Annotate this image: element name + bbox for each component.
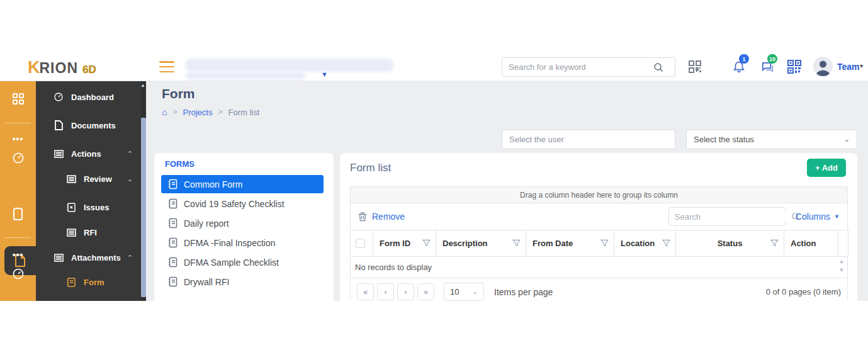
qr-code-icon[interactable] [786, 58, 803, 76]
sidebar-item-label: Issues [84, 203, 109, 212]
form-type-dfma-sample-checklist[interactable]: DFMA Sample Checklist [161, 253, 324, 271]
column-header-description[interactable]: Description [436, 230, 526, 257]
empty-state-row: No records to display ▲ ▼ [350, 257, 848, 278]
form-type-daily-report[interactable]: Daily report [161, 214, 324, 232]
form-type-label: Common Form [184, 179, 242, 189]
rail-more-icon[interactable]: ••• [0, 250, 36, 260]
list-icon [66, 174, 76, 184]
table-scroll-spacer [838, 230, 848, 257]
team-dropdown-caret[interactable]: ▾ [860, 62, 863, 69]
form-list-panel: Form list + Add Drag a column header her… [340, 153, 857, 301]
user-avatar[interactable] [813, 57, 833, 76]
filter-funnel-icon[interactable] [512, 239, 521, 247]
scroll-up-icon[interactable]: ▲ [839, 258, 845, 264]
modules-grid-icon[interactable] [0, 93, 36, 105]
rail-more-icon[interactable]: ••• [0, 134, 36, 144]
rail-divider [5, 123, 31, 123]
scan-qr-icon[interactable] [686, 58, 704, 76]
sidebar-scroll-up-icon[interactable]: ▲ [140, 82, 145, 88]
krion-logo[interactable]: KRION6D [28, 58, 96, 77]
scroll-down-icon[interactable]: ▼ [839, 267, 845, 273]
form-type-common-form[interactable]: Common Form [161, 175, 324, 193]
sidebar-item-label: Dashboard [71, 93, 114, 102]
messages-icon[interactable]: 10 [758, 58, 776, 76]
first-page-button[interactable]: « [357, 283, 374, 300]
sidebar-item-label: Attachments [71, 253, 121, 263]
menu-toggle-icon[interactable] [159, 61, 174, 72]
column-label: Location [621, 239, 655, 248]
form-type-covid-checklist[interactable]: Covid 19 Safety Checklist [161, 195, 324, 213]
group-by-hint-bar[interactable]: Drag a column header here to group its c… [350, 186, 848, 203]
column-label: Action [791, 239, 816, 248]
select-status-placeholder: Select the status [694, 135, 754, 144]
remove-button[interactable]: Remove [358, 212, 405, 222]
page-size-select[interactable]: 10 ⌄ [444, 283, 484, 301]
select-all-checkbox[interactable] [356, 239, 365, 248]
sidebar-item-issues[interactable]: Issues [36, 200, 142, 215]
sidebar-scrollbar-thumb[interactable] [141, 118, 146, 297]
sidebar-item-form[interactable]: Form [36, 274, 142, 290]
search-icon[interactable] [653, 62, 675, 72]
select-user-input[interactable] [509, 135, 668, 144]
columns-button[interactable]: Columns ▼ [796, 212, 840, 222]
chevron-up-icon[interactable]: ⌃ [127, 254, 133, 262]
column-header-location[interactable]: Location [614, 230, 676, 257]
filter-funnel-icon[interactable] [600, 239, 609, 247]
select-status-filter[interactable]: Select the status ⌄ [686, 130, 857, 149]
column-header-from-date[interactable]: From Date [526, 230, 614, 257]
rail-dashboard-gauge-icon[interactable] [0, 152, 36, 164]
chevron-down-icon[interactable]: ⌄ [127, 175, 133, 183]
filter-funnel-icon[interactable] [422, 239, 431, 247]
previous-page-button[interactable]: ‹ [377, 283, 394, 300]
sidebar-item-label: Review [84, 174, 112, 184]
sidebar-item-attachments[interactable]: Attachments ⌃ [36, 250, 142, 265]
column-header-form-id[interactable]: Form ID [373, 230, 436, 257]
next-page-button[interactable]: › [397, 283, 414, 300]
project-name-redacted[interactable] [186, 59, 393, 72]
sidebar-item-review[interactable]: Review ⌄ [36, 171, 142, 186]
column-header-status[interactable]: Status [676, 230, 784, 257]
form-type-drywall-rfi[interactable]: Drywall RFI [161, 273, 324, 291]
form-doc-icon [168, 179, 178, 189]
rail-gauge-icon[interactable] [0, 268, 36, 280]
sidebar-item-label: Documents [71, 121, 116, 130]
main-content: Form ⌂ > Projects > Form list Select the… [146, 81, 868, 301]
form-type-dfma-final-inspection[interactable]: DFMA -Final Inspection [161, 234, 324, 252]
forms-panel-title: FORMS [165, 159, 194, 169]
sidebar-item-documents[interactable]: Documents [36, 118, 142, 133]
form-doc-icon [168, 237, 178, 248]
column-header-action[interactable]: Action [784, 230, 838, 257]
icon-rail: ••• ••• [0, 81, 36, 301]
breadcrumb-separator: > [218, 108, 222, 116]
sidebar-item-rfi[interactable]: RFI [36, 225, 142, 240]
sidebar-item-label: Actions [71, 149, 101, 159]
grid-search-input[interactable] [669, 212, 791, 222]
team-menu-label[interactable]: Team [837, 62, 860, 72]
filter-funnel-icon[interactable] [770, 239, 779, 247]
form-grid: Drag a column header here to group its c… [350, 186, 848, 301]
forms-panel: FORMS Common Form Covid 19 Safety Checkl… [154, 153, 334, 301]
notifications-bell-icon[interactable]: 1 [730, 58, 748, 76]
sidebar-item-actions[interactable]: Actions ⌃ [36, 146, 142, 161]
sidebar-scrollbar-track[interactable] [141, 81, 146, 301]
add-button[interactable]: + Add [807, 159, 846, 177]
rail-mobile-icon[interactable] [0, 207, 36, 221]
logo-k-mark: K [28, 58, 40, 77]
sidebar-item-dashboard[interactable]: Dashboard [36, 89, 142, 105]
project-dropdown-caret[interactable]: ▼ [321, 71, 328, 78]
top-header: KRION6D ▼ 1 10 Team ▾ [0, 54, 868, 81]
project-subtitle-redacted [186, 72, 305, 79]
column-label: Status [718, 239, 743, 248]
list-icon [54, 149, 64, 159]
global-search-input[interactable] [502, 62, 653, 72]
chevron-up-icon[interactable]: ⌃ [127, 150, 133, 158]
breadcrumb: ⌂ > Projects > Form list [162, 107, 259, 117]
rail-divider [5, 237, 31, 238]
filter-funnel-icon[interactable] [662, 239, 670, 247]
form-icon [66, 277, 76, 287]
breadcrumb-projects-link[interactable]: Projects [183, 108, 212, 117]
grid-search [668, 207, 786, 226]
home-icon[interactable]: ⌂ [162, 107, 167, 117]
last-page-button[interactable]: » [417, 283, 434, 300]
pagination-bar: « ‹ › » 10 ⌄ Items per page 0 of 0 pages… [350, 278, 848, 301]
